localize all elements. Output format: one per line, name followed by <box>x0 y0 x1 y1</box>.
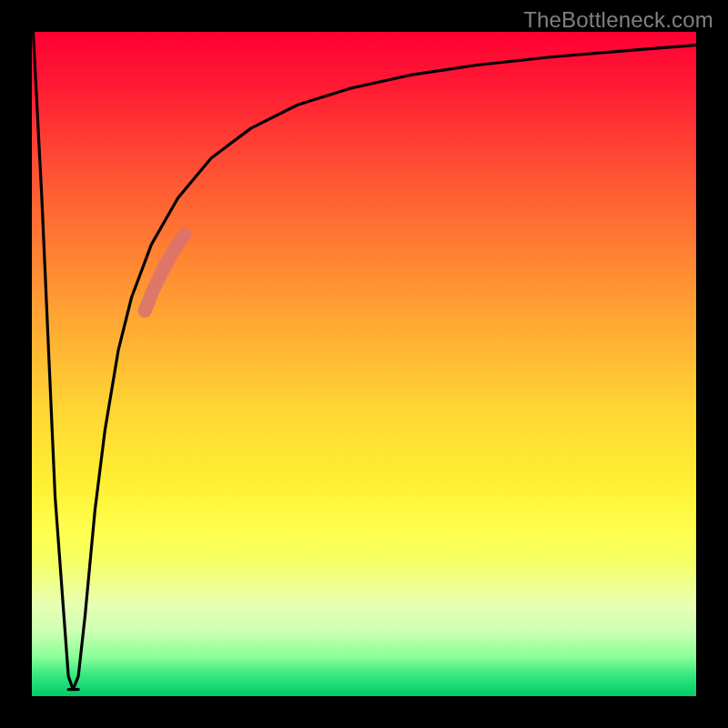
attribution-text: TheBottleneck.com <box>523 7 713 33</box>
chart-frame: TheBottleneck.com <box>0 0 728 728</box>
plot-area <box>32 32 696 696</box>
bottleneck-curve <box>33 32 696 690</box>
curve-layer <box>32 32 696 696</box>
